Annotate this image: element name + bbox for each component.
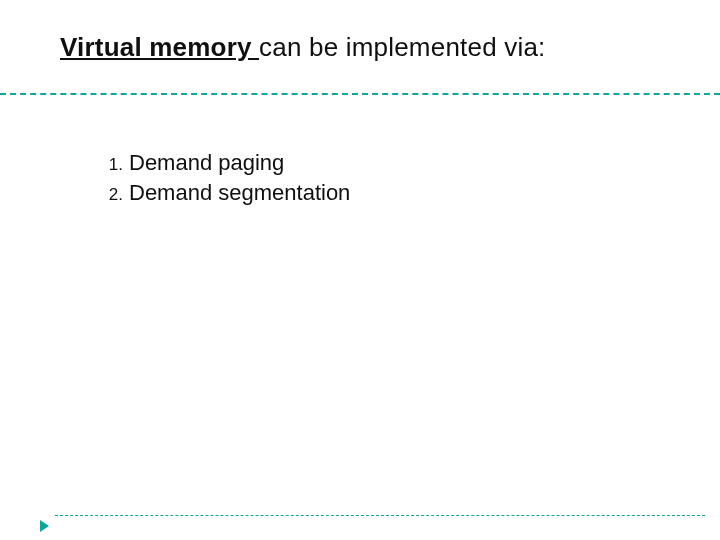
title-underlined-part: Virtual memory (60, 32, 259, 62)
list-number: 1. (95, 155, 123, 175)
divider-top (0, 93, 720, 95)
divider-bottom (55, 515, 705, 516)
slide-body: 1. Demand paging 2. Demand segmentation (95, 150, 670, 210)
list-number: 2. (95, 185, 123, 205)
list-text: Demand segmentation (129, 180, 350, 206)
arrow-right-icon (40, 520, 49, 532)
list-text: Demand paging (129, 150, 284, 176)
list-item: 1. Demand paging (95, 150, 670, 176)
title-rest-part: can be implemented via: (259, 32, 545, 62)
list-item: 2. Demand segmentation (95, 180, 670, 206)
slide: Virtual memory can be implemented via: 1… (0, 0, 720, 540)
slide-title: Virtual memory can be implemented via: (60, 32, 680, 63)
